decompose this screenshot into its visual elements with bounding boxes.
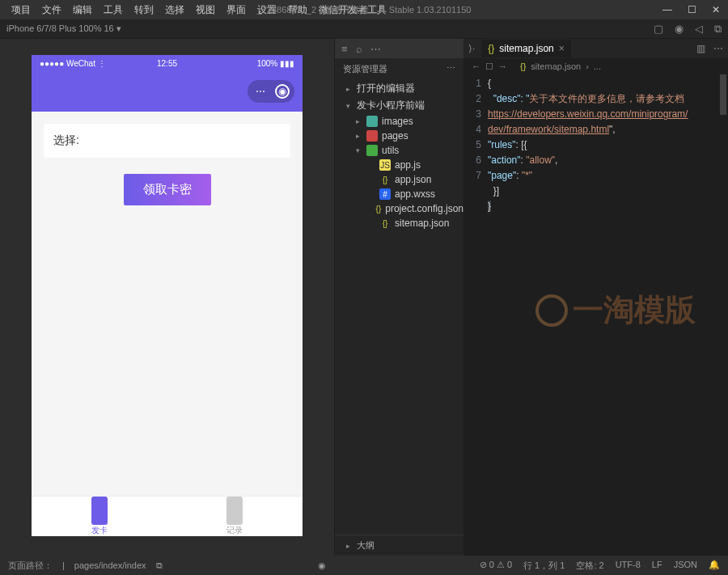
encoding[interactable]: UTF-8 [616,560,641,572]
tree-item-app.json[interactable]: {}app.json [335,172,463,187]
tree-item-utils[interactable]: ▾utils [335,143,463,158]
record-icon[interactable]: ◉ [675,23,684,36]
menu-编辑[interactable]: 编辑 [68,2,97,19]
split-icon[interactable]: ▥ [696,43,705,54]
page-body: 选择: 领取卡密 [32,112,303,496]
more-icon[interactable]: ⋯ [713,43,723,54]
explorer-panel: ≡ ⌕ ⋯ 资源管理器 ⋯ ▸打开的编辑器▾发卡小程序前端▸images▸pag… [334,39,463,556]
tree-item-打开的编辑器[interactable]: ▸打开的编辑器 [335,80,463,97]
tree-item-images[interactable]: ▸images [335,114,463,129]
breadcrumb: ← ☐ → {} sitemap.json › ... [463,58,728,74]
minimize-button[interactable]: — [655,0,679,19]
capsule-menu-icon[interactable]: ⋯ [252,83,269,99]
main-layout: ●●●●● WeChat ⋮ 12:55 100% ▮▮▮ ⋯ ◉ 选择: 领取… [0,39,728,556]
tree-label: 打开的编辑器 [357,82,415,95]
status-left: ●●●●● WeChat ⋮ [40,59,106,68]
file-tab[interactable]: {} sitemap.json × [481,40,570,57]
page-path[interactable]: pages/index/index [74,560,146,570]
eye-icon[interactable]: ◉ [318,560,326,571]
tree-item-sitemap.json[interactable]: {}sitemap.json [335,216,463,230]
tree-item-app.js[interactable]: JSapp.js [335,158,463,172]
sim-actions: ▢ ◉ ◁ ⧉ [654,23,722,36]
capsule: ⋯ ◉ [248,80,294,103]
tree-label: app.js [395,159,421,171]
titlebar: 项目文件编辑工具转到选择视图界面设置帮助微信开发者工具 _724868431_2… [0,0,728,19]
menu-界面[interactable]: 界面 [222,2,251,19]
breadcrumb-file[interactable]: sitemap.json [531,61,581,71]
chevron-icon: ▸ [356,117,362,125]
more-icon[interactable]: ⋯ [447,63,455,75]
window-controls: — ☐ ✕ [655,0,728,19]
file-icon [366,130,378,142]
menu-工具[interactable]: 工具 [99,2,128,19]
tabbar: 发卡 记录 [32,496,303,536]
mute-icon[interactable]: ◁ [695,23,703,36]
tree-item-app.wxss[interactable]: #app.wxss [335,187,463,201]
file-icon [366,145,378,156]
json-icon: {} [488,43,494,54]
fwd-icon[interactable]: → [498,61,507,71]
indentation[interactable]: 空格: 2 [576,560,603,572]
select-box[interactable]: 选择: [44,124,290,158]
tree-label: app.json [395,174,431,185]
menu-转到[interactable]: 转到 [129,2,159,19]
maximize-button[interactable]: ☐ [679,0,704,19]
menu-选择[interactable]: 选择 [160,2,189,19]
chevron-icon: ▸ [346,85,353,93]
record-icon [226,497,243,525]
tab-record[interactable]: 记录 [167,497,303,536]
bell-icon[interactable]: 🔔 [709,560,720,572]
tree-label: app.wxss [395,188,435,200]
compile-icon[interactable]: ⟩· [468,43,475,54]
close-icon[interactable]: × [559,43,565,54]
capsule-close-icon[interactable]: ◉ [275,84,290,99]
eol[interactable]: LF [652,560,662,572]
tab-card[interactable]: 发卡 [32,497,167,536]
menu-项目[interactable]: 项目 [6,2,36,19]
statusbar: 页面路径： | pages/index/index ⧉ ◉ ⊘ 0 ⚠ 0 行 … [0,556,728,575]
phone-icon[interactable]: ▢ [654,23,663,36]
claim-button[interactable]: 领取卡密 [124,174,211,205]
search-icon[interactable]: ⌕ [356,43,362,55]
tree-item-project.config.json[interactable]: {}project.config.json [335,201,463,216]
code-area[interactable]: 1234567 { "desc": "关于本文件的更多信息，请参考文档 http… [463,74,728,556]
chevron-right-icon: ▸ [346,542,353,550]
problems-count[interactable]: ⊘ 0 ⚠ 0 [480,560,512,572]
bookmark-icon[interactable]: ☐ [485,61,493,72]
chevron-right-icon: › [586,61,589,71]
card-icon [91,497,108,525]
file-icon: # [379,188,391,200]
language[interactable]: JSON [674,560,697,572]
copy-icon[interactable]: ⧉ [156,560,163,571]
editor-panel: ⟩· {} sitemap.json × ▥ ⋯ ← ☐ → {} sitema… [463,39,728,556]
cursor-position[interactable]: 行 1，列 1 [523,560,565,572]
file-icon [366,116,378,127]
simulator-panel: ●●●●● WeChat ⋮ 12:55 100% ▮▮▮ ⋯ ◉ 选择: 领取… [0,39,334,556]
json-icon: {} [520,61,526,71]
line-gutter: 1234567 [463,74,488,556]
close-button[interactable]: ✕ [704,0,728,19]
tab-filename: sitemap.json [499,43,553,54]
back-icon[interactable]: ← [472,61,480,71]
device-picker[interactable]: iPhone 6/7/8 Plus 100% 16 ▾ [6,23,121,34]
explorer-title: 资源管理器 [343,63,387,75]
chevron-icon: ▸ [356,132,362,140]
tree-item-发卡小程序前端[interactable]: ▾发卡小程序前端 [335,97,463,114]
tab-label: 发卡 [91,525,108,536]
menu-文件[interactable]: 文件 [37,2,66,19]
more-icon[interactable]: ⋯ [370,43,381,55]
breadcrumb-more[interactable]: ... [594,61,601,71]
tree-label: project.config.json [385,203,463,214]
tree-label: 发卡小程序前端 [357,99,425,112]
code-lines[interactable]: { "desc": "关于本文件的更多信息，请参考文档 https://deve… [488,74,728,556]
file-icon: {} [379,174,391,185]
hamburger-icon[interactable]: ≡ [341,43,348,55]
menu-视图[interactable]: 视图 [191,2,220,19]
copy-icon[interactable]: ⧉ [714,23,722,36]
chevron-icon: ▾ [356,146,362,154]
activity-bar: ≡ ⌕ ⋯ [335,39,463,58]
tree-item-pages[interactable]: ▸pages [335,129,463,143]
file-icon: JS [379,159,391,171]
outline-section[interactable]: ▸ 大纲 [335,535,463,556]
scrollbar[interactable] [720,74,726,115]
